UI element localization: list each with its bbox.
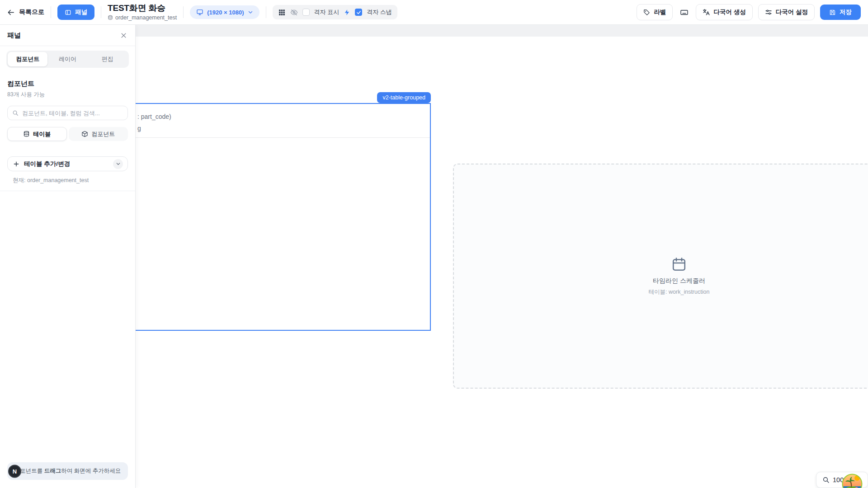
i18n-generate-label: 다국어 생성 xyxy=(713,8,745,16)
back-label: 목록으로 xyxy=(19,8,44,16)
timeline-scheduler-placeholder[interactable]: 타임라인 스케줄러 테이블: work_instruction xyxy=(453,164,868,389)
mode-table-button[interactable]: 테이블 xyxy=(7,127,67,141)
close-icon xyxy=(120,32,127,39)
placeholder-title: 타임라인 스케줄러 xyxy=(653,277,705,285)
toolbar-divider xyxy=(266,6,266,18)
keyboard-icon xyxy=(680,8,689,17)
save-button-label: 저장 xyxy=(840,8,852,16)
database-icon xyxy=(23,131,30,137)
save-icon xyxy=(829,9,836,16)
toolbar-divider xyxy=(183,6,184,18)
current-table-label: 현재: order_management_test xyxy=(13,177,128,184)
grid-snap-checkbox[interactable] xyxy=(355,9,362,16)
grid-icon xyxy=(278,9,286,16)
chevron-down-icon xyxy=(113,159,123,169)
i18n-generate-button[interactable]: 다국어 생성 xyxy=(696,4,752,20)
database-icon xyxy=(108,15,113,20)
component-search xyxy=(7,106,128,120)
panel-tabs: 컴포넌트 레이어 편집 xyxy=(6,51,129,68)
component-type-badge: v2-table-grouped xyxy=(377,92,431,103)
toolbar-divider xyxy=(51,6,51,18)
keyboard-shortcuts-button[interactable] xyxy=(678,6,690,19)
calendar-icon xyxy=(671,256,687,272)
label-button-text: 라벨 xyxy=(654,8,666,16)
source-mode-toggle: 테이블 컴포넌트 xyxy=(7,127,128,141)
save-button[interactable]: 저장 xyxy=(820,5,861,20)
lightning-icon xyxy=(344,9,350,16)
toolbar-divider xyxy=(101,6,101,18)
drag-hint: 컴포넌트를 드래그하여 화면에 추가하세요 N xyxy=(7,462,128,480)
panel-toggle-button[interactable]: 패널 xyxy=(57,5,94,20)
resolution-value: (868 × 488) xyxy=(207,9,244,16)
panel-title: 패널 xyxy=(7,31,21,40)
grid-show-checkbox[interactable] xyxy=(302,9,310,16)
tag-icon xyxy=(643,9,650,16)
hint-text-suffix: 하여 화면에 추가하세요 xyxy=(61,468,121,474)
mode-component-button[interactable]: 컴포넌트 xyxy=(69,127,128,141)
i18n-settings-button[interactable]: 다국어 설정 xyxy=(758,4,815,20)
arrow-left-icon xyxy=(7,9,15,16)
grid-show-label: 격자 표시 xyxy=(314,8,340,16)
section-title: 컴포넌트 xyxy=(7,80,128,88)
resolution-selector[interactable]: (868 × 488) xyxy=(190,5,259,19)
i18n-settings-label: 다국어 설정 xyxy=(776,8,808,16)
add-change-table-button[interactable]: 테이블 추가/변경 xyxy=(7,156,128,171)
eye-off-icon xyxy=(290,9,298,16)
grid-snap-label: 격자 스냅 xyxy=(367,8,392,16)
panel-close-button[interactable] xyxy=(119,31,128,40)
add-change-table-label: 테이블 추가/변경 xyxy=(24,160,70,168)
island-sticker xyxy=(842,474,863,488)
placeholder-table-label: 테이블: work_instruction xyxy=(649,288,710,296)
mode-table-label: 테이블 xyxy=(33,130,51,138)
label-button[interactable]: 라벨 xyxy=(637,4,673,20)
translate-icon xyxy=(703,9,710,16)
screen-builder-app: v2-table-grouped : part_code) g 타임라인 스케줄… xyxy=(0,0,868,488)
component-subheader-text: g xyxy=(137,125,141,132)
collaborator-avatar: N xyxy=(8,465,21,478)
page-title: TEST화면 화승 xyxy=(108,3,177,13)
sidebar-icon xyxy=(65,9,71,16)
component-header-text: : part_code) xyxy=(137,113,171,120)
top-toolbar: 목록으로 패널 TEST화면 화승 xyxy=(0,0,868,25)
magnifier-icon xyxy=(822,476,830,483)
search-input[interactable] xyxy=(22,110,123,117)
grid-options-group: 격자 표시 격자 스냅 xyxy=(273,5,397,19)
tab-edit[interactable]: 편집 xyxy=(88,52,127,66)
hint-text-bold: 드래그 xyxy=(44,468,61,474)
mode-component-label: 컴포넌트 xyxy=(91,130,115,138)
chevron-down-icon xyxy=(248,9,253,15)
components-panel: 패널 컴포넌트 레이어 편집 컴포넌트 83개 사용 가능 xyxy=(0,25,136,488)
tab-components[interactable]: 컴포넌트 xyxy=(8,52,47,66)
tab-layers[interactable]: 레이어 xyxy=(47,52,87,66)
package-icon xyxy=(81,131,88,137)
screen-title-block: TEST화면 화승 order_management_test xyxy=(108,3,177,21)
panel-button-label: 패널 xyxy=(75,8,87,16)
search-icon xyxy=(12,110,19,116)
component-count: 83개 사용 가능 xyxy=(7,91,128,99)
sliders-icon xyxy=(765,9,772,16)
bound-table-name: order_management_test xyxy=(115,14,177,21)
monitor-icon xyxy=(196,9,203,16)
back-to-list-button[interactable]: 목록으로 xyxy=(7,8,44,16)
plus-icon xyxy=(13,161,19,167)
